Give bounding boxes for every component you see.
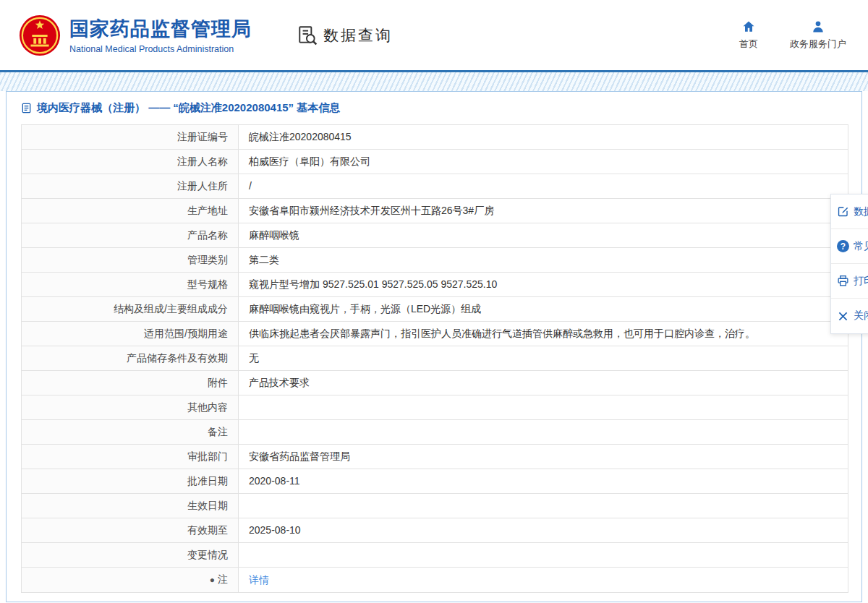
field-label: 注册人名称 (22, 150, 239, 174)
table-row: 型号规格窥视片型号增加 9527.525.01 9527.525.05 9527… (22, 273, 848, 297)
edit-icon (837, 205, 849, 218)
nav-home-label: 首页 (739, 38, 758, 51)
table-row: 管理类别第二类 (22, 248, 848, 273)
table-row: 注册证编号皖械注准20202080415 (22, 125, 848, 150)
field-value: / (239, 174, 848, 199)
table-row: 产品名称麻醉咽喉镜 (22, 223, 848, 248)
page-title: 境内医疗器械（注册） —— “皖械注准20202080415” 基本信息 (37, 101, 340, 115)
table-row: 产品储存条件及有效期无 (22, 346, 848, 371)
field-value: 柏威医疗（阜阳）有限公司 (239, 150, 848, 174)
org-name-cn: 国家药品监督管理局 (69, 16, 252, 42)
field-label: 批准日期 (22, 469, 239, 494)
field-label: 有效期至 (22, 518, 239, 543)
field-value: 安徽省阜阳市颍州经济技术开发区州十五路26号3#厂房 (239, 199, 848, 223)
field-value: 2020-08-11 (239, 469, 848, 494)
registration-info-table: 注册证编号皖械注准20202080415注册人名称柏威医疗（阜阳）有限公司注册人… (21, 124, 848, 593)
hatch-band (0, 72, 868, 91)
close-icon (837, 310, 849, 322)
faq-label: 常见问题 (854, 240, 868, 253)
table-row: 注册人住所/ (22, 174, 848, 199)
close-label: 关闭 (854, 309, 868, 322)
table-row: 结构及组成/主要组成成分麻醉咽喉镜由窥视片，手柄，光源（LED光源）组成 (22, 297, 848, 322)
data-query-label: 数据查询 (323, 25, 393, 46)
print-button[interactable]: 打印 (831, 264, 868, 299)
user-icon (811, 20, 825, 34)
field-label: 产品储存条件及有效期 (22, 346, 239, 371)
floating-tools-panel: 数据纠错 ? 常见问题 打印 关闭 (830, 194, 868, 334)
org-name-en: National Medical Products Administration (69, 44, 252, 54)
field-label: ●注 (22, 568, 239, 593)
field-value: 2025-08-10 (239, 518, 848, 543)
nav-gov-portal[interactable]: 政务服务门户 (790, 20, 846, 51)
field-label: 适用范围/预期用途 (22, 322, 239, 346)
field-label: 结构及组成/主要组成成分 (22, 297, 239, 322)
field-label: 生效日期 (22, 494, 239, 518)
field-label: 注册人住所 (22, 174, 239, 199)
data-correction-button[interactable]: 数据纠错 (831, 194, 868, 229)
field-label: 型号规格 (22, 273, 239, 297)
field-label: 注册证编号 (22, 125, 239, 150)
field-value: 麻醉咽喉镜由窥视片，手柄，光源（LED光源）组成 (239, 297, 848, 322)
info-panel: 境内医疗器械（注册） —— “皖械注准20202080415” 基本信息 注册证… (6, 91, 862, 602)
brand: 国家药品监督管理局 National Medical Products Admi… (19, 14, 252, 56)
detail-link[interactable]: 详情 (249, 574, 269, 586)
document-search-icon (297, 25, 318, 46)
print-label: 打印 (854, 275, 868, 288)
data-query-tab[interactable]: 数据查询 (297, 25, 393, 46)
field-label: 生产地址 (22, 199, 239, 223)
print-icon (837, 275, 849, 287)
table-body: 注册证编号皖械注准20202080415注册人名称柏威医疗（阜阳）有限公司注册人… (22, 125, 848, 593)
field-value: 安徽省药品监督管理局 (239, 445, 848, 469)
brand-text: 国家药品监督管理局 National Medical Products Admi… (69, 16, 252, 54)
table-row: 附件产品技术要求 (22, 371, 848, 395)
table-row: 变更情况 (22, 543, 848, 568)
table-row: 生产地址安徽省阜阳市颍州经济技术开发区州十五路26号3#厂房 (22, 199, 848, 223)
field-value (239, 395, 848, 420)
table-row: ●注详情 (22, 568, 848, 593)
field-label: 其他内容 (22, 395, 239, 420)
close-button[interactable]: 关闭 (831, 299, 868, 333)
field-value (239, 420, 848, 445)
field-label: 管理类别 (22, 248, 239, 273)
nav-home[interactable]: 首页 (739, 20, 758, 51)
question-icon: ? (837, 240, 849, 252)
field-value: 皖械注准20202080415 (239, 125, 848, 150)
table-row: 审批部门安徽省药品监督管理局 (22, 445, 848, 469)
field-label: 变更情况 (22, 543, 239, 568)
faq-button[interactable]: ? 常见问题 (831, 229, 868, 264)
field-value (239, 543, 848, 568)
field-value: 产品技术要求 (239, 371, 848, 395)
note-icon: ● (210, 575, 215, 585)
table-row: 其他内容 (22, 395, 848, 420)
page-header: 国家药品监督管理局 National Medical Products Admi… (0, 0, 868, 70)
nav-gov-portal-label: 政务服务门户 (790, 38, 846, 51)
table-row: 有效期至2025-08-10 (22, 518, 848, 543)
table-row: 适用范围/预期用途供临床挑起患者会厌部暴露声门，指引医护人员准确进行气道插管供麻… (22, 322, 848, 346)
field-value: 供临床挑起患者会厌部暴露声门，指引医护人员准确进行气道插管供麻醉或急救用，也可用… (239, 322, 848, 346)
table-row: 备注 (22, 420, 848, 445)
home-icon (741, 20, 756, 34)
field-value (239, 494, 848, 518)
data-correction-label: 数据纠错 (854, 205, 868, 218)
field-value: 第二类 (239, 248, 848, 273)
table-row: 生效日期 (22, 494, 848, 518)
field-value: 无 (239, 346, 848, 371)
field-label: 产品名称 (22, 223, 239, 248)
field-label: 附件 (22, 371, 239, 395)
content-area: 境内医疗器械（注册） —— “皖械注准20202080415” 基本信息 注册证… (0, 72, 868, 603)
panel-title-bar: 境内医疗器械（注册） —— “皖械注准20202080415” 基本信息 (7, 92, 861, 121)
header-nav: 首页 政务服务门户 (739, 20, 849, 51)
table-row: 注册人名称柏威医疗（阜阳）有限公司 (22, 150, 848, 174)
field-label: 审批部门 (22, 445, 239, 469)
document-icon (21, 103, 32, 114)
national-emblem-logo (19, 14, 61, 56)
field-value: 麻醉咽喉镜 (239, 223, 848, 248)
field-label: 备注 (22, 420, 239, 445)
field-value: 窥视片型号增加 9527.525.01 9527.525.05 9527.525… (239, 273, 848, 297)
field-value: 详情 (239, 568, 848, 593)
table-row: 批准日期2020-08-11 (22, 469, 848, 494)
